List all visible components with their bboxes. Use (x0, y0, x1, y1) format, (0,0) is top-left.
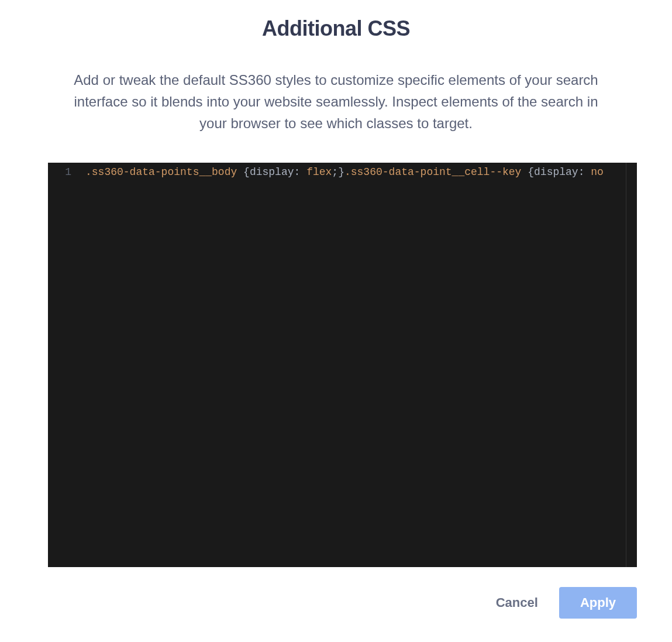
cancel-button[interactable]: Cancel (491, 589, 543, 616)
dialog-description: Add or tweak the default SS360 styles to… (67, 69, 605, 135)
code-token: flex (306, 166, 332, 178)
code-token: { (528, 166, 534, 178)
code-token: : (294, 166, 301, 178)
dialog-footer: Cancel Apply (48, 567, 637, 619)
code-token (237, 166, 243, 178)
code-token: } (338, 166, 344, 178)
additional-css-dialog: Additional CSS Add or tweak the default … (35, 12, 637, 619)
code-token: { (243, 166, 250, 178)
code-token: no (591, 166, 604, 178)
code-token: : (578, 166, 585, 178)
editor-ruler (626, 163, 626, 567)
css-code-editor[interactable]: 1 .ss360-data-points__body {display: fle… (48, 163, 637, 567)
code-token: .ss360-data-points__body (85, 166, 237, 178)
code-content[interactable]: .ss360-data-points__body {display: flex;… (85, 166, 637, 178)
code-token: display (250, 166, 294, 178)
code-token: .ss360-data-point__cell--key (344, 166, 521, 178)
code-token: display (534, 166, 578, 178)
code-token (521, 166, 528, 178)
dialog-title: Additional CSS (35, 16, 637, 41)
code-token (584, 166, 591, 178)
apply-button[interactable]: Apply (559, 587, 637, 619)
code-token (300, 166, 306, 178)
line-number: 1 (48, 166, 85, 178)
editor-line: 1 .ss360-data-points__body {display: fle… (48, 163, 637, 178)
code-token: ; (332, 166, 338, 178)
